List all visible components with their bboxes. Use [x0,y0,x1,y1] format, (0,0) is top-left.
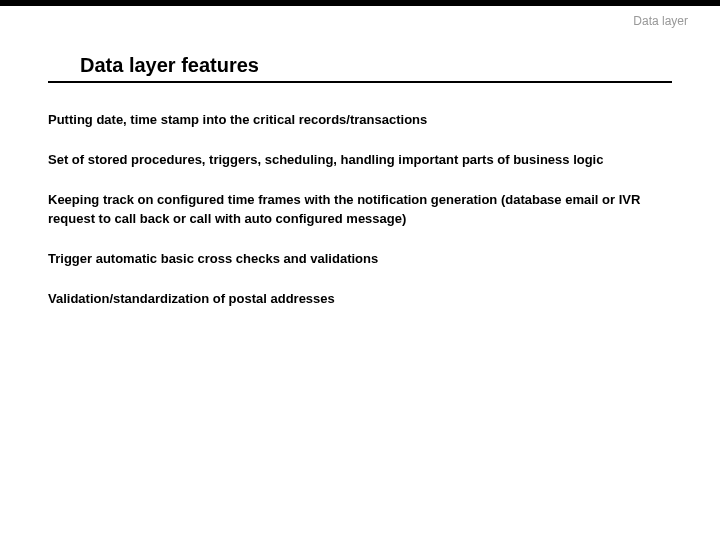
section-title-container: Data layer features [48,54,672,83]
slide-content: Data layer features Putting date, time s… [0,6,720,308]
section-title: Data layer features [80,54,672,81]
feature-item: Trigger automatic basic cross checks and… [48,250,672,268]
feature-item: Validation/standardization of postal add… [48,290,672,308]
feature-item: Set of stored procedures, triggers, sche… [48,151,672,169]
header-breadcrumb: Data layer [633,14,688,28]
feature-item: Putting date, time stamp into the critic… [48,111,672,129]
feature-item: Keeping track on configured time frames … [48,191,672,227]
